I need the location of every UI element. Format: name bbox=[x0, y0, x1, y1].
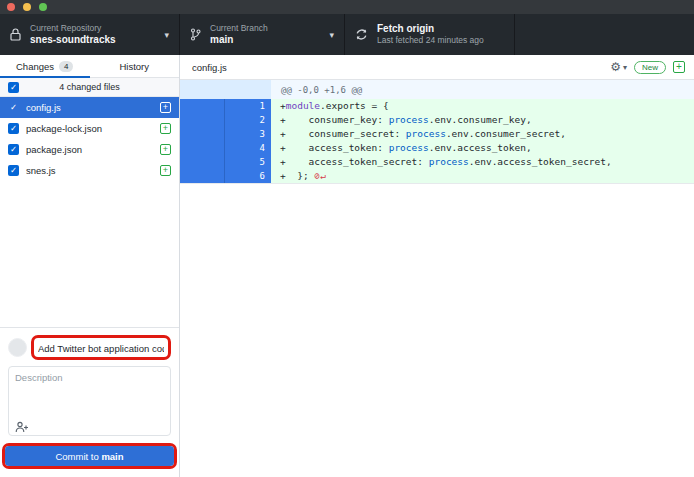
file-checkbox[interactable]: ✓ bbox=[8, 165, 19, 176]
file-name: config.js bbox=[26, 102, 153, 113]
app-window: Current Repository snes-soundtracks ▾ Cu… bbox=[0, 0, 694, 477]
titlebar bbox=[0, 0, 694, 14]
file-row[interactable]: ✓package-lock.json+ bbox=[0, 118, 179, 139]
toolbar: Current Repository snes-soundtracks ▾ Cu… bbox=[0, 14, 694, 55]
new-line-number: 1 bbox=[225, 99, 271, 113]
new-line-number: 4 bbox=[225, 141, 271, 155]
branch-name: main bbox=[210, 34, 320, 46]
diff-line-code: + access_token_secret: process.env.acces… bbox=[271, 155, 694, 169]
file-list: ✓config.js+✓package-lock.json+✓package.j… bbox=[0, 97, 179, 181]
changes-count-badge: 4 bbox=[59, 61, 73, 72]
old-line-number bbox=[180, 99, 225, 113]
commit-description-input[interactable] bbox=[15, 372, 164, 410]
fetch-status: Last fetched 24 minutes ago bbox=[377, 35, 504, 46]
changed-files-header: ✓ 4 changed files bbox=[0, 78, 179, 97]
commit-description-box[interactable] bbox=[8, 366, 171, 436]
repository-name: snes-soundtracks bbox=[30, 34, 155, 46]
current-branch-dropdown[interactable]: Current Branch main ▾ bbox=[180, 14, 345, 55]
new-line-number: 5 bbox=[225, 155, 271, 169]
file-row[interactable]: ✓config.js+ bbox=[0, 97, 179, 118]
diff-line[interactable]: 2+ consumer_key: process.env.consumer_ke… bbox=[180, 113, 694, 127]
chevron-down-icon: ▾ bbox=[164, 30, 169, 40]
fetch-origin-button[interactable]: Fetch origin Last fetched 24 minutes ago bbox=[345, 14, 515, 55]
diff-lines: 1+module.exports = {2+ consumer_key: pro… bbox=[180, 99, 694, 183]
diff-line[interactable]: 4+ access_token: process.env.access_toke… bbox=[180, 141, 694, 155]
diff-header: config.js ⚙ ▾ New + bbox=[180, 55, 694, 80]
diff-line[interactable]: 6+ }; ⊘↵ bbox=[180, 169, 694, 183]
hunk-header-row[interactable]: @@ -0,0 +1,6 @@ bbox=[180, 80, 694, 99]
hunk-gutter bbox=[180, 80, 271, 99]
diff-line-gutter[interactable]: 1 bbox=[180, 99, 271, 113]
zoom-button[interactable] bbox=[39, 3, 47, 11]
new-line-number: 6 bbox=[225, 169, 271, 183]
old-line-number bbox=[180, 113, 225, 127]
chevron-down-icon: ▾ bbox=[623, 63, 627, 72]
diff-end-divider bbox=[180, 183, 694, 184]
old-line-number bbox=[180, 155, 225, 169]
sidebar-spacer bbox=[0, 181, 179, 327]
old-line-number bbox=[180, 169, 225, 183]
diff-line-code: + access_token: process.env.access_token… bbox=[271, 141, 694, 155]
file-added-icon: + bbox=[160, 165, 171, 176]
current-repository-dropdown[interactable]: Current Repository snes-soundtracks ▾ bbox=[0, 14, 180, 55]
old-line-number bbox=[180, 127, 225, 141]
file-added-icon: + bbox=[673, 61, 685, 73]
diff-line-code: + }; ⊘↵ bbox=[271, 169, 694, 183]
fetch-label: Fetch origin bbox=[377, 23, 504, 35]
diff-line-code: +module.exports = { bbox=[271, 99, 694, 113]
commit-summary-input[interactable] bbox=[34, 340, 168, 357]
changed-files-count: 4 changed files bbox=[0, 82, 179, 92]
file-added-icon: + bbox=[160, 144, 171, 155]
diff-line-code: + consumer_key: process.env.consumer_key… bbox=[271, 113, 694, 127]
gear-icon: ⚙ bbox=[610, 61, 621, 73]
git-branch-icon bbox=[190, 28, 201, 41]
diff-line[interactable]: 3+ consumer_secret: process.env.consumer… bbox=[180, 127, 694, 141]
diff-line[interactable]: 5+ access_token_secret: process.env.acce… bbox=[180, 155, 694, 169]
tab-changes-label: Changes bbox=[16, 61, 54, 72]
file-checkbox[interactable]: ✓ bbox=[8, 144, 19, 155]
branch-label: Current Branch bbox=[210, 23, 320, 34]
diff-line-gutter[interactable]: 3 bbox=[180, 127, 271, 141]
diff-line-gutter[interactable]: 2 bbox=[180, 113, 271, 127]
minimize-button[interactable] bbox=[23, 3, 31, 11]
file-name: package-lock.json bbox=[26, 123, 153, 134]
repository-label: Current Repository bbox=[30, 23, 155, 34]
file-status-badge: New bbox=[634, 61, 666, 74]
file-checkbox[interactable]: ✓ bbox=[8, 123, 19, 134]
commit-to-main-button[interactable]: Commit to main bbox=[5, 446, 174, 466]
sidebar-tabs: Changes 4 History bbox=[0, 55, 179, 78]
toolbar-spacer bbox=[515, 14, 694, 55]
file-checkbox[interactable]: ✓ bbox=[8, 102, 19, 113]
diff-line-code: + consumer_secret: process.env.consumer_… bbox=[271, 127, 694, 141]
diff-body: @@ -0,0 +1,6 @@ 1+module.exports = {2+ c… bbox=[180, 80, 694, 477]
lock-icon bbox=[10, 28, 21, 41]
chevron-down-icon: ▾ bbox=[329, 30, 334, 40]
summary-annotation-box bbox=[31, 335, 171, 360]
old-line-number bbox=[180, 141, 225, 155]
tab-history[interactable]: History bbox=[90, 55, 180, 77]
sync-refresh-icon bbox=[355, 28, 368, 41]
file-name: snes.js bbox=[26, 165, 153, 176]
diff-file-name: config.js bbox=[192, 62, 610, 73]
file-row[interactable]: ✓package.json+ bbox=[0, 139, 179, 160]
diff-line-gutter[interactable]: 4 bbox=[180, 141, 271, 155]
sidebar: Changes 4 History ✓ 4 changed files ✓con… bbox=[0, 55, 180, 477]
user-avatar bbox=[8, 338, 27, 357]
new-line-number: 2 bbox=[225, 113, 271, 127]
add-coauthor-icon[interactable] bbox=[15, 419, 29, 431]
diff-options-button[interactable]: ⚙ ▾ bbox=[610, 61, 627, 73]
close-button[interactable] bbox=[7, 3, 15, 11]
new-line-number: 3 bbox=[225, 127, 271, 141]
tab-changes[interactable]: Changes 4 bbox=[0, 55, 90, 77]
diff-line-gutter[interactable]: 5 bbox=[180, 155, 271, 169]
file-row[interactable]: ✓snes.js+ bbox=[0, 160, 179, 181]
commit-form: Commit to main bbox=[0, 327, 179, 477]
diff-panel: config.js ⚙ ▾ New + @@ -0,0 +1,6 @@ 1+mo… bbox=[180, 55, 694, 477]
diff-line[interactable]: 1+module.exports = { bbox=[180, 99, 694, 113]
file-added-icon: + bbox=[160, 123, 171, 134]
commit-button-annotation-box: Commit to main bbox=[2, 443, 177, 470]
file-name: package.json bbox=[26, 144, 153, 155]
tab-history-label: History bbox=[119, 61, 149, 72]
diff-line-gutter[interactable]: 6 bbox=[180, 169, 271, 183]
hunk-header-text: @@ -0,0 +1,6 @@ bbox=[271, 80, 694, 99]
